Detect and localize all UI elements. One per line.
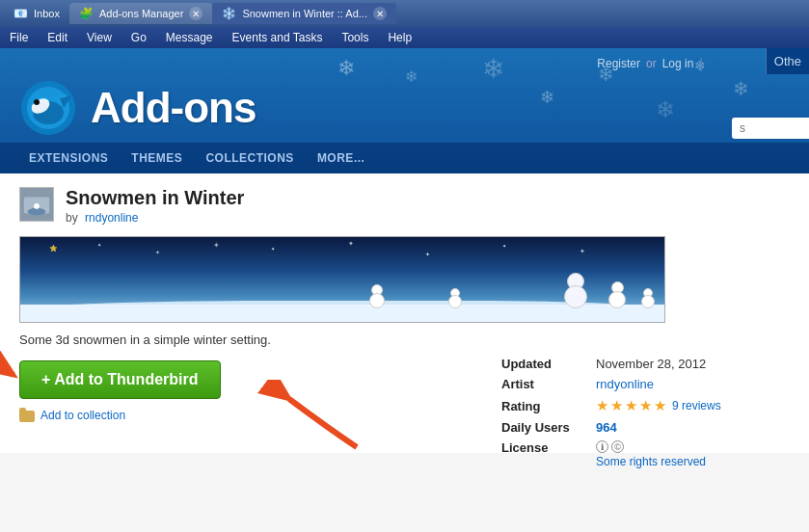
snowman-middle [448,288,462,308]
license-value-link[interactable]: Some rights reserved [596,455,706,468]
snowmen-tab-icon: ❄️ [222,7,236,20]
folder-icon [19,411,35,422]
menu-help[interactable]: Help [384,29,416,46]
page-title: Add-ons [91,84,256,132]
header-auth-row: Register or Log in | [597,56,703,71]
tab-inbox-label: Inbox [34,8,60,19]
snowman-left [369,284,385,308]
addon-info-header: Snowmen in Winter by rndyonline [19,187,790,225]
addon-description: Some 3d snowmen in a simple winter setti… [19,332,790,347]
addon-author-link[interactable]: rndyonline [85,211,138,225]
detail-artist: Artist rndyonline [501,377,791,391]
detail-rating: Rating ★ ★ ★ ★ ★ 9 reviews [501,397,791,414]
addon-screenshot: ⭐ ✦ ✦ ✦ ✦ ✦ ✦ ✦ ✦ [19,236,665,323]
register-link[interactable]: Register [597,57,640,70]
star-3: ★ [625,397,637,414]
addon-header: ❄ ❄ ❄ ❄ ❄ ❄ ❄ ❄ Register or Log in | Oth… [0,48,809,173]
menu-events-tasks[interactable]: Events and Tasks [229,29,327,46]
star-2: ★ [610,397,623,414]
close-addons-tab-button[interactable]: ✕ [189,7,202,20]
by-label: by [66,211,78,225]
addons-manager-icon: 🧩 [79,7,94,20]
left-arrow [0,351,21,399]
license-label: License [501,440,588,468]
tab-inbox[interactable]: 📧 Inbox [4,3,69,24]
info-icon-2[interactable]: © [611,440,624,453]
or-text: or [646,57,657,70]
svg-point-4 [34,99,40,105]
menu-message[interactable]: Message [162,29,217,46]
detail-daily-users: Daily Users 964 [501,420,791,435]
star-5: ★ [654,397,666,414]
addon-author-row: by rndyonline [66,211,244,225]
rating-stars-row: ★ ★ ★ ★ ★ 9 reviews [596,397,721,414]
detail-updated: Updated November 28, 2012 [501,357,791,371]
menu-tools[interactable]: Tools [337,29,372,46]
login-link[interactable]: Log in [662,57,694,70]
updated-value: November 28, 2012 [596,357,706,371]
snowman-right-large [564,273,587,308]
add-to-thunderbird-button[interactable]: + Add to Thunderbird [19,360,221,399]
snowman-right-med [608,281,626,308]
daily-users-label: Daily Users [501,420,588,435]
addon-thumbnail [19,187,54,222]
nav-more[interactable]: MORE... [308,146,375,171]
tab-addons-label: Add-ons Manager [99,8,183,19]
menu-bar: File Edit View Go Message Events and Tas… [0,27,809,48]
info-icon-1[interactable]: ℹ [596,440,608,453]
menu-view[interactable]: View [83,29,116,46]
svg-point-10 [34,203,40,209]
addon-name: Snowmen in Winter [66,187,244,209]
artist-value-link[interactable]: rndyonline [596,377,654,391]
menu-file[interactable]: File [6,29,32,46]
auth-divider: | [699,56,703,71]
snowman-right-small [641,288,655,308]
tab-snowmen[interactable]: ❄️ Snowmen in Winter :: Ad... ✕ [212,3,396,24]
right-arrow [251,380,366,457]
artist-label: Artist [501,377,588,391]
nav-themes[interactable]: THEMES [121,146,192,171]
star-1: ★ [596,397,608,414]
updated-label: Updated [501,357,588,371]
reviews-link[interactable]: 9 reviews [672,399,721,412]
title-bar: 📧 Inbox 🧩 Add-ons Manager ✕ ❄️ Snowmen i… [0,0,809,27]
menu-go[interactable]: Go [127,29,150,46]
svg-point-9 [28,208,46,216]
tab-snowmen-label: Snowmen in Winter :: Ad... [242,8,367,19]
other-menu[interactable]: Othe [766,48,809,74]
nav-extensions[interactable]: EXTENSIONS [19,146,118,171]
license-info: ℹ © Some rights reserved [596,440,706,468]
tab-addons-manager[interactable]: 🧩 Add-ons Manager ✕ [69,3,212,24]
detail-license: License ℹ © Some rights reserved [501,440,791,468]
thunderbird-logo [19,79,77,137]
inbox-icon: 📧 [13,7,28,20]
daily-users-value: 964 [596,420,617,435]
nav-bar: EXTENSIONS THEMES COLLECTIONS MORE... [0,143,809,173]
addon-name-section: Snowmen in Winter by rndyonline [66,187,244,225]
rating-label: Rating [501,399,588,413]
close-snowmen-tab-button[interactable]: ✕ [373,7,387,20]
details-panel: Updated November 28, 2012 Artist rndyonl… [501,357,791,474]
star-4: ★ [639,397,652,414]
main-content: Snowmen in Winter by rndyonline ⭐ ✦ ✦ ✦ … [0,173,809,453]
add-collection-link[interactable]: Add to collection [40,409,125,422]
nav-collections[interactable]: COLLECTIONS [196,146,304,171]
search-input[interactable] [732,118,809,139]
menu-edit[interactable]: Edit [43,29,71,46]
